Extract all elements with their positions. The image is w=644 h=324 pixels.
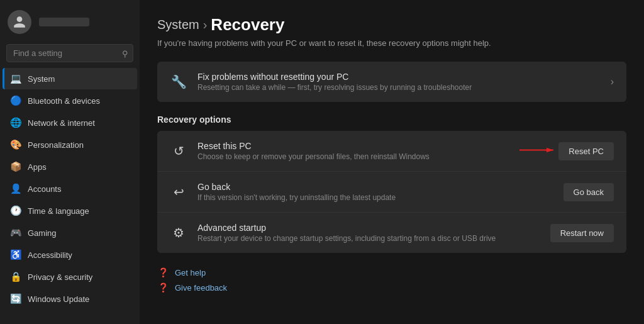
advanced-icon: ⚙ <box>170 225 187 240</box>
advanced-text: Advanced startup Restart your device to … <box>197 223 540 243</box>
privacy-icon: 🔒 <box>10 271 21 282</box>
search-box[interactable]: ⚲ <box>6 44 133 62</box>
personalization-icon: 🎨 <box>10 139 21 150</box>
sidebar-nav: 💻 System 🔵 Bluetooth & devices 🌐 Network… <box>0 67 140 310</box>
advanced-desc: Restart your device to change startup se… <box>197 234 540 243</box>
footer-link-get-help[interactable]: ❓ Get help <box>157 267 626 278</box>
recovery-options-list: ↺ Reset this PC Choose to keep or remove… <box>157 131 626 253</box>
go-back-desc: If this version isn't working, try unins… <box>197 193 553 202</box>
apps-icon: 📦 <box>10 161 21 172</box>
time-icon: 🕐 <box>10 205 21 216</box>
accounts-icon: 👤 <box>10 183 21 194</box>
sidebar-label-accessibility: Accessibility <box>28 250 72 260</box>
accessibility-icon: ♿ <box>10 249 21 260</box>
bluetooth-icon: 🔵 <box>10 95 21 106</box>
breadcrumb: System › Recovery <box>157 15 626 35</box>
sidebar-item-bluetooth[interactable]: 🔵 Bluetooth & devices <box>3 90 137 111</box>
give-feedback-icon: ❓ <box>157 282 169 293</box>
fix-problems-desc: Resetting can take a while — first, try … <box>197 83 601 92</box>
sidebar-label-system: System <box>28 74 55 84</box>
fix-problems-title: Fix problems without resetting your PC <box>197 72 601 82</box>
system-icon: 💻 <box>10 73 21 84</box>
get-help-label: Get help <box>175 268 206 277</box>
go-back-icon: ↩ <box>170 184 187 199</box>
main-content: System › Recovery If you're having probl… <box>140 0 644 324</box>
sidebar-label-apps: Apps <box>28 162 47 172</box>
search-input[interactable] <box>6 44 133 62</box>
sidebar-label-time: Time & language <box>28 206 89 216</box>
chevron-right-icon: › <box>611 76 614 87</box>
sidebar-item-update[interactable]: 🔄 Windows Update <box>3 288 137 310</box>
sidebar-label-update: Windows Update <box>28 294 89 304</box>
sidebar-item-gaming[interactable]: 🎮 Gaming <box>3 222 137 243</box>
sidebar-item-personalization[interactable]: 🎨 Personalization <box>3 134 137 155</box>
update-icon: 🔄 <box>10 293 21 304</box>
sidebar-label-personalization: Personalization <box>28 140 84 150</box>
reset-text: Reset this PC Choose to keep or remove y… <box>197 141 548 161</box>
sidebar: ⚲ 💻 System 🔵 Bluetooth & devices 🌐 Netwo… <box>0 0 140 324</box>
option-row-reset: ↺ Reset this PC Choose to keep or remove… <box>157 131 626 172</box>
advanced-button[interactable]: Restart now <box>550 224 614 242</box>
get-help-icon: ❓ <box>157 267 169 278</box>
go-back-title: Go back <box>197 182 553 192</box>
sidebar-label-gaming: Gaming <box>28 228 57 238</box>
sidebar-item-privacy[interactable]: 🔒 Privacy & security <box>3 266 137 288</box>
fix-problems-text: Fix problems without resetting your PC R… <box>197 72 601 92</box>
fix-problems-icon: 🔧 <box>170 74 187 89</box>
username-placeholder <box>39 18 89 26</box>
breadcrumb-parent: System <box>157 18 199 32</box>
page-title: Recovery <box>211 15 284 35</box>
sidebar-label-network: Network & internet <box>28 118 95 128</box>
reset-icon: ↺ <box>170 143 187 159</box>
reset-button[interactable]: Reset PC <box>558 142 614 160</box>
page-subtitle: If you're having problems with your PC o… <box>157 38 626 48</box>
go-back-text: Go back If this version isn't working, t… <box>197 182 553 202</box>
gaming-icon: 🎮 <box>10 227 21 238</box>
sidebar-item-apps[interactable]: 📦 Apps <box>3 156 137 177</box>
sidebar-item-system[interactable]: 💻 System <box>3 68 137 89</box>
fix-problems-card[interactable]: 🔧 Fix problems without resetting your PC… <box>157 62 626 102</box>
go-back-button[interactable]: Go back <box>564 183 614 201</box>
sidebar-label-privacy: Privacy & security <box>28 272 92 282</box>
avatar <box>8 10 31 34</box>
recovery-section-label: Recovery options <box>157 115 626 125</box>
sidebar-item-time[interactable]: 🕐 Time & language <box>3 200 137 221</box>
sidebar-item-accessibility[interactable]: ♿ Accessibility <box>3 244 137 265</box>
network-icon: 🌐 <box>10 117 21 128</box>
option-row-advanced: ⚙ Advanced startup Restart your device t… <box>157 213 626 253</box>
reset-title: Reset this PC <box>197 141 548 151</box>
reset-desc: Choose to keep or remove your personal f… <box>197 152 548 161</box>
breadcrumb-separator: › <box>203 18 208 32</box>
sidebar-item-accounts[interactable]: 👤 Accounts <box>3 178 137 199</box>
advanced-title: Advanced startup <box>197 223 540 233</box>
give-feedback-label: Give feedback <box>175 283 227 293</box>
sidebar-item-network[interactable]: 🌐 Network & internet <box>3 112 137 133</box>
sidebar-label-accounts: Accounts <box>28 184 61 194</box>
footer-links: ❓ Get help ❓ Give feedback <box>157 267 626 293</box>
footer-link-give-feedback[interactable]: ❓ Give feedback <box>157 282 626 293</box>
sidebar-label-bluetooth: Bluetooth & devices <box>28 96 100 106</box>
search-icon: ⚲ <box>122 48 128 58</box>
reset-arrow <box>519 144 557 159</box>
option-row-go-back: ↩ Go back If this version isn't working,… <box>157 172 626 213</box>
user-section <box>0 0 140 42</box>
